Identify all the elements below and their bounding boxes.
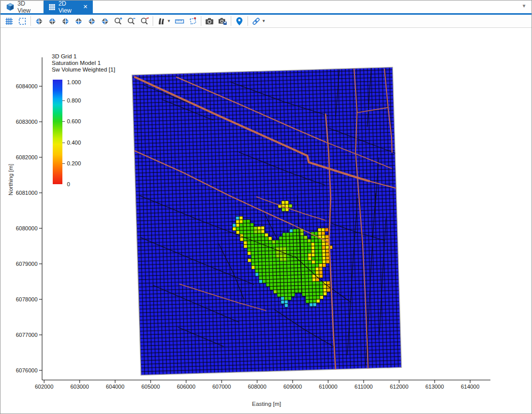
svg-text:6080000: 6080000 (16, 225, 38, 231)
svg-text:607000: 607000 (212, 384, 231, 390)
legend-grid-name: 3D Grid 1 (52, 53, 115, 60)
map-canvas: 6020006030006040006050006060006070006080… (1, 28, 531, 413)
legend-property-name: Sw Volume Weighted [1] (52, 66, 115, 73)
svg-text:6079000: 6079000 (16, 261, 38, 267)
chevron-down-icon: ▼ (262, 19, 266, 23)
toggle-grid-icon[interactable] (3, 15, 16, 27)
colorbar-tick-label: 0.400 (67, 140, 81, 146)
view-east-icon[interactable] (72, 15, 85, 27)
snapshot-icon[interactable] (203, 15, 216, 27)
view-bottom-icon[interactable] (98, 15, 112, 27)
colorbar-tick-label: 0.600 (67, 118, 81, 124)
toolbar-separator (30, 16, 31, 26)
svg-text:612000: 612000 (390, 384, 409, 390)
svg-text:606000: 606000 (177, 384, 196, 390)
legend-model-name: Saturation Model 1 (52, 60, 115, 66)
tab-3d-view-label: 3D View (17, 0, 38, 14)
toolbar-separator (231, 16, 231, 26)
svg-text:609000: 609000 (283, 384, 302, 390)
svg-text:6078000: 6078000 (16, 296, 38, 302)
legend: 3D Grid 1 Saturation Model 1 Sw Volume W… (52, 53, 115, 73)
toolbar-separator (247, 16, 248, 26)
snapshot-save-icon[interactable] (216, 15, 229, 27)
svg-text:611000: 611000 (354, 384, 373, 390)
svg-text:613000: 613000 (425, 384, 444, 390)
fence-select-icon[interactable] (16, 15, 29, 27)
colorbar (53, 80, 62, 184)
view-south-icon[interactable] (85, 15, 98, 27)
tab-2d-view[interactable]: 2D View ✕ (44, 1, 93, 13)
chevron-down-icon: ▼ (167, 19, 171, 23)
toolbar-separator (153, 16, 153, 26)
tab-2d-view-label: 2D View (58, 0, 77, 14)
toolbar: ▼ ▼ (1, 15, 531, 28)
view-top-icon[interactable] (46, 15, 59, 27)
colorbar-tick-mark (62, 121, 65, 122)
svg-text:6077000: 6077000 (16, 332, 38, 338)
colorbar-tick-mark (62, 143, 65, 143)
drop-pin-icon[interactable] (233, 15, 246, 27)
svg-text:605000: 605000 (141, 384, 160, 390)
svg-text:603000: 603000 (70, 384, 89, 390)
toolbar-separator (201, 16, 201, 26)
svg-text:614000: 614000 (461, 384, 480, 390)
x-axis-label: Easting [m] (1, 401, 532, 407)
view-north-icon[interactable] (59, 15, 72, 27)
tab-3d-view[interactable]: 3D View (1, 1, 44, 13)
svg-text:602000: 602000 (35, 384, 54, 390)
svg-text:6081000: 6081000 (16, 190, 38, 196)
zoom-previous-icon[interactable] (138, 15, 151, 27)
zoom-out-icon[interactable] (125, 15, 138, 27)
colorbar-tick-label: 0.800 (67, 97, 81, 104)
tab-bar: 3D View 2D View ✕ ▾ (1, 1, 531, 13)
svg-text:608000: 608000 (248, 384, 267, 390)
measure-area-icon[interactable] (186, 15, 199, 27)
view-west-icon[interactable] (32, 15, 46, 27)
colorbar-tick-mark (62, 100, 65, 101)
colorbar-tick-label: 0 (67, 181, 70, 187)
cube-3d-icon (6, 3, 14, 12)
svg-text:6076000: 6076000 (16, 367, 38, 373)
y-axis-label: Northing [m] (8, 149, 14, 210)
link-views-icon[interactable]: ▼ (250, 15, 268, 27)
app-window: 3D View 2D View ✕ ▾ (0, 0, 532, 414)
fault-display-icon[interactable]: ▼ (155, 15, 173, 27)
grid-2d-icon (49, 3, 55, 11)
colorbar-tick-label: 0.200 (67, 160, 81, 166)
tab-overflow-caret[interactable]: ▾ (522, 3, 525, 9)
svg-text:604000: 604000 (106, 384, 125, 390)
svg-text:6082000: 6082000 (16, 154, 38, 160)
plot-canvas[interactable]: 6020006030006040006050006060006070006080… (1, 28, 532, 413)
svg-text:610000: 610000 (319, 384, 338, 390)
zoom-in-icon[interactable] (112, 15, 125, 27)
svg-text:6083000: 6083000 (16, 119, 38, 125)
tab-close-icon[interactable]: ✕ (83, 4, 88, 10)
colorbar-tick-label: 1.000 (67, 79, 81, 85)
measure-distance-icon[interactable] (173, 15, 186, 27)
svg-text:6084000: 6084000 (16, 83, 38, 89)
colorbar-tick-mark (62, 163, 65, 164)
